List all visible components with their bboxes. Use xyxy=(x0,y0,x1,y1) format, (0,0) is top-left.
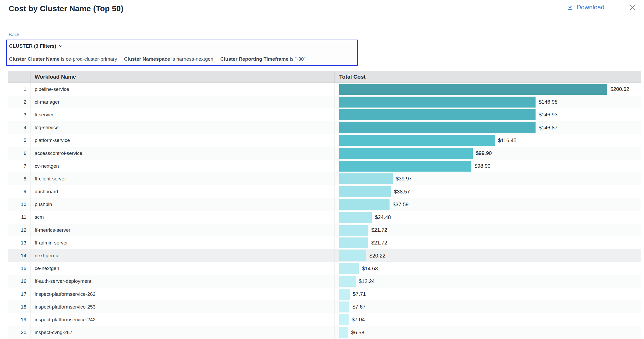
cost-value: $7.71 xyxy=(353,291,366,297)
cost-value: $38.57 xyxy=(394,189,410,195)
row-rank: 6 xyxy=(8,147,31,160)
total-cost-cell: $21.72 xyxy=(334,236,641,249)
cost-value: $21.72 xyxy=(371,227,387,233)
row-rank: 11 xyxy=(8,211,31,224)
cost-bar[interactable] xyxy=(339,237,368,248)
total-cost-cell: $39.97 xyxy=(334,172,641,185)
close-button[interactable] xyxy=(628,3,637,12)
workload-name: pipeline-service xyxy=(31,83,334,96)
table-row: 18 inspect-platformservice-253 $7.67 xyxy=(8,300,641,313)
table-row: 8 ff-client-server $39.97 xyxy=(8,172,641,185)
workload-name: inspect-cvng-267 xyxy=(31,326,334,339)
workload-name: log-service xyxy=(31,121,334,134)
row-rank: 14 xyxy=(8,249,31,262)
workload-name-column-header: Workload Name xyxy=(31,71,334,83)
cost-bar[interactable] xyxy=(339,314,349,325)
cost-value: $39.97 xyxy=(396,176,412,182)
cost-table: Workload Name Total Cost 1 pipeline-serv… xyxy=(8,71,641,339)
cost-bar[interactable] xyxy=(339,276,356,287)
chevron-down-icon xyxy=(59,44,63,48)
cost-bar[interactable] xyxy=(339,109,536,120)
table-row: 20 inspect-cvng-267 $6.58 xyxy=(8,326,641,339)
row-rank: 15 xyxy=(8,262,31,275)
total-cost-cell: $99.90 xyxy=(334,147,641,160)
table-row: 11 scm $24.48 xyxy=(8,211,641,224)
total-cost-cell: $116.45 xyxy=(334,134,641,147)
cost-value: $116.45 xyxy=(498,137,517,143)
filter-condition[interactable]: Cluster Reporting Timeframe is "-30" xyxy=(220,56,306,62)
table-row: 14 next-gen-ui $20.22 xyxy=(8,249,641,262)
cost-bar[interactable] xyxy=(339,186,391,197)
cost-bar[interactable] xyxy=(339,212,372,223)
cost-bar[interactable] xyxy=(339,148,473,159)
cost-bar[interactable] xyxy=(339,84,607,95)
cost-value: $98.99 xyxy=(475,163,490,169)
table-row: 5 platform-service $116.45 xyxy=(8,134,641,147)
table-header-row: Workload Name Total Cost xyxy=(8,71,641,83)
workload-name: ci-manager xyxy=(31,96,334,108)
row-rank: 3 xyxy=(8,108,31,121)
filter-summary-toggle[interactable]: CLUSTER (3 Filters) xyxy=(9,43,355,49)
table-row: 16 ff-auth-server-deployment $12.24 xyxy=(8,275,641,288)
workload-name: ce-nextgen xyxy=(31,262,334,275)
row-rank: 20 xyxy=(8,326,31,339)
cost-value: $99.90 xyxy=(476,150,492,156)
workload-name: ff-auth-server-deployment xyxy=(31,275,334,288)
table-row: 10 pushpin $37.59 xyxy=(8,198,641,211)
cost-bar[interactable] xyxy=(339,263,359,274)
cost-bar[interactable] xyxy=(339,302,349,312)
table-row: 3 ti-service $146.93 xyxy=(8,108,641,121)
back-link[interactable]: Back xyxy=(9,32,20,37)
table-row: 19 inspect-platformservice-242 $7.04 xyxy=(8,313,641,326)
filter-condition[interactable]: Cluster Cluster Name is ce-prod-cluster-… xyxy=(9,56,117,62)
filter-panel: CLUSTER (3 Filters) Cluster Cluster Name… xyxy=(6,40,358,66)
download-label: Download xyxy=(576,4,604,11)
filter-condition-list: Cluster Cluster Name is ce-prod-cluster-… xyxy=(9,56,355,62)
total-cost-cell: $146.98 xyxy=(334,96,641,108)
cost-value: $146.98 xyxy=(539,99,557,105)
cost-bar[interactable] xyxy=(339,173,393,184)
row-rank: 10 xyxy=(8,198,31,211)
total-cost-cell: $200.62 xyxy=(334,83,641,96)
total-cost-cell: $38.57 xyxy=(334,185,641,198)
total-cost-column-header: Total Cost xyxy=(334,71,641,83)
table-body: 1 pipeline-service $200.62 2 ci-manager … xyxy=(8,83,641,339)
cost-bar[interactable] xyxy=(339,122,536,133)
cost-value: $146.93 xyxy=(539,112,557,118)
cost-value: $7.67 xyxy=(353,304,366,310)
row-rank: 12 xyxy=(8,224,31,236)
workload-name: inspect-platformservice-242 xyxy=(31,313,334,326)
workload-name: inspect-platformservice-253 xyxy=(31,300,334,313)
workload-name: accesscontrol-service xyxy=(31,147,334,160)
row-rank: 13 xyxy=(8,236,31,249)
total-cost-cell: $98.99 xyxy=(334,160,641,172)
filter-condition[interactable]: Cluster Namespace is harness-nextgen xyxy=(124,56,213,62)
page-title: Cost by Cluster Name (Top 50) xyxy=(9,4,123,13)
cost-bar[interactable] xyxy=(339,135,495,146)
total-cost-cell: $146.93 xyxy=(334,108,641,121)
total-cost-cell: $7.04 xyxy=(334,313,641,326)
table-row: 9 dashboard $38.57 xyxy=(8,185,641,198)
cost-value: $14.63 xyxy=(362,266,378,272)
row-rank: 9 xyxy=(8,185,31,198)
cost-value: $6.58 xyxy=(351,330,364,336)
download-button[interactable]: Download xyxy=(567,4,604,11)
table-row: 17 inspect-platformservice-262 $7.71 xyxy=(8,288,641,300)
cost-bar[interactable] xyxy=(339,161,471,172)
workload-name: scm xyxy=(31,211,334,224)
row-rank: 4 xyxy=(8,121,31,134)
total-cost-cell: $12.24 xyxy=(334,275,641,288)
cost-bar[interactable] xyxy=(339,97,536,108)
download-icon xyxy=(567,4,574,11)
cost-bar[interactable] xyxy=(339,327,348,338)
filter-summary-label: CLUSTER (3 Filters) xyxy=(9,43,56,49)
cost-bar[interactable] xyxy=(339,225,368,236)
table-row: 12 ff-metrics-server $21.72 xyxy=(8,224,641,236)
workload-name: inspect-platformservice-262 xyxy=(31,288,334,300)
cost-bar[interactable] xyxy=(339,289,350,300)
cost-bar[interactable] xyxy=(339,250,366,261)
cost-bar[interactable] xyxy=(339,199,390,210)
row-rank: 1 xyxy=(8,83,31,96)
workload-name: dashboard xyxy=(31,185,334,198)
table-row: 6 accesscontrol-service $99.90 xyxy=(8,147,641,160)
